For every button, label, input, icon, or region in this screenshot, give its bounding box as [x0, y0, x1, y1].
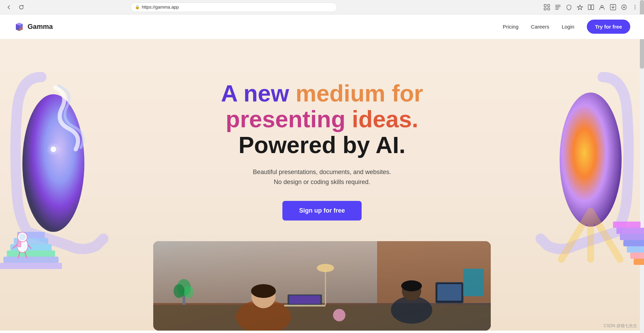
sign-up-for-free-button[interactable]: Sign up for free — [282, 201, 361, 221]
word-ideas: ideas. — [352, 106, 418, 132]
word-for: for — [392, 80, 423, 106]
svg-rect-0 — [544, 4, 546, 7]
svg-point-9 — [635, 5, 635, 6]
hero-content: A new medium for presenting ideas. Power… — [221, 80, 423, 221]
svg-rect-50 — [437, 284, 461, 301]
nav-careers[interactable]: Careers — [531, 24, 549, 30]
url-text: https://gamma.app — [142, 4, 179, 10]
svg-point-15 — [46, 142, 60, 156]
svg-rect-34 — [623, 240, 644, 246]
svg-rect-29 — [18, 241, 21, 247]
svg-rect-42 — [153, 305, 491, 331]
refresh-button[interactable] — [17, 2, 26, 12]
nav-pricing[interactable]: Pricing — [503, 24, 519, 30]
svg-rect-21 — [0, 263, 62, 269]
try-for-free-button[interactable]: Try for free — [587, 20, 630, 34]
svg-rect-31 — [613, 222, 641, 228]
svg-point-48 — [401, 280, 422, 291]
svg-rect-2 — [544, 8, 546, 10]
hero-title-line2: presenting ideas. — [226, 106, 418, 132]
hero-title: A new medium for presenting ideas. Power… — [221, 80, 423, 158]
video-people — [153, 241, 491, 331]
browser-controls — [4, 2, 26, 12]
svg-rect-3 — [548, 8, 550, 10]
hero-subtitle-line2: No design or coding skills required. — [274, 179, 370, 185]
navbar: Gamma Pricing Careers Login Try for free — [0, 14, 644, 39]
svg-rect-55 — [289, 296, 320, 304]
svg-point-56 — [333, 309, 345, 321]
deco-right — [527, 67, 644, 301]
back-button[interactable] — [4, 2, 14, 12]
svg-point-11 — [635, 8, 635, 9]
svg-point-10 — [635, 7, 635, 7]
reader-icon[interactable] — [553, 2, 563, 12]
svg-rect-37 — [634, 259, 644, 265]
address-bar[interactable]: 🔒 https://gamma.app — [131, 2, 337, 12]
apps-icon[interactable] — [542, 2, 552, 12]
split-view-icon[interactable] — [586, 2, 596, 12]
browser-chrome: 🔒 https://gamma.app — [0, 0, 644, 14]
word-medium: medium — [295, 80, 392, 106]
svg-rect-5 — [591, 5, 594, 10]
logo-icon — [14, 21, 25, 32]
shield-icon[interactable] — [564, 2, 574, 12]
svg-rect-53 — [284, 305, 325, 307]
word-presenting: presenting — [226, 106, 352, 132]
profile-icon[interactable] — [597, 2, 607, 12]
svg-rect-61 — [463, 269, 484, 296]
video-preview — [153, 241, 491, 331]
svg-rect-1 — [548, 4, 550, 7]
svg-rect-19 — [7, 250, 55, 257]
word-powered-by-ai: Powered by AI. — [239, 132, 406, 158]
svg-point-59 — [174, 284, 185, 298]
svg-rect-36 — [630, 253, 644, 259]
svg-rect-33 — [620, 234, 644, 240]
svg-rect-4 — [588, 5, 591, 10]
menu-icon[interactable] — [630, 2, 640, 12]
svg-point-45 — [251, 284, 276, 298]
svg-point-60 — [184, 286, 194, 298]
svg-point-24 — [20, 234, 25, 240]
hero-subtitle: Beautiful presentations, documents, and … — [221, 167, 423, 187]
svg-rect-20 — [3, 257, 59, 263]
nav-links: Pricing Careers Login Try for free — [503, 20, 630, 34]
browser-toolbar-right — [542, 2, 640, 12]
nav-login[interactable]: Login — [562, 24, 574, 30]
star-icon[interactable] — [575, 2, 585, 12]
deco-left — [0, 67, 117, 301]
lock-icon: 🔒 — [135, 5, 140, 9]
word-a-new: A new — [221, 80, 296, 106]
extensions-icon[interactable] — [619, 2, 629, 12]
hero-section: A new medium for presenting ideas. Power… — [0, 39, 644, 331]
svg-point-30 — [560, 93, 622, 227]
downloads-icon[interactable] — [608, 2, 618, 12]
watermark: CSDN @猫七先生 — [603, 323, 637, 329]
hero-title-line1: A new medium for — [221, 80, 423, 106]
svg-rect-35 — [627, 246, 644, 253]
svg-rect-32 — [616, 228, 644, 234]
svg-point-52 — [317, 264, 334, 272]
svg-point-13 — [22, 94, 84, 232]
logo[interactable]: Gamma — [14, 21, 53, 32]
hero-subtitle-line1: Beautiful presentations, documents, and … — [253, 169, 391, 175]
logo-text: Gamma — [28, 23, 53, 31]
